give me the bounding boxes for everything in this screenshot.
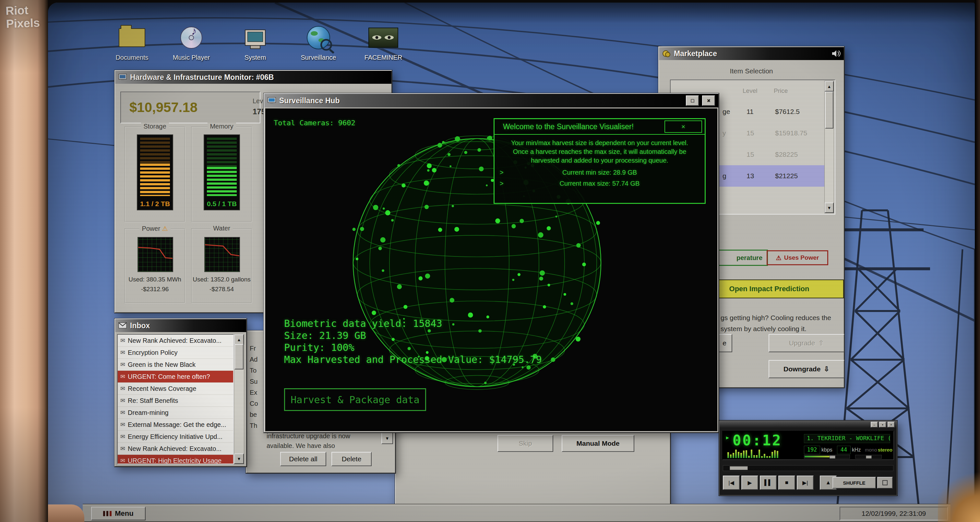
harvest-stats: Biometric data yield: 15843 Size: 21.39 … (284, 318, 542, 366)
email-row[interactable]: ✉New Rank Achieved: Excavato... (118, 443, 233, 455)
player-shade-button[interactable]: ▪ (879, 422, 886, 428)
harvest-button-label: Harvest & Package data (291, 394, 419, 405)
biometric-yield: Biometric data yield: 15843 (284, 318, 542, 329)
min-size-text: Current min size: 28.9 GB (562, 169, 637, 176)
close-button[interactable]: × (702, 96, 715, 106)
harvest-purity: Purity: 100% (284, 342, 542, 353)
email-row[interactable]: ✉Green is the New Black (118, 359, 233, 371)
item-price: $15918.75 (775, 129, 807, 137)
email-row[interactable]: ✉Encryption Policy (118, 347, 233, 359)
speaker-icon[interactable] (832, 50, 840, 57)
manual-mode-label: Manual Mode (576, 439, 619, 447)
email-row[interactable]: ✉Recent News Coverage (118, 383, 233, 395)
camera-dot (550, 358, 555, 362)
icon-label: Surveillance (301, 54, 336, 61)
upgrade-button[interactable]: Upgrade ⇧ (768, 334, 845, 352)
surveillance-titlebar[interactable]: Surveillance Hub □ × (264, 94, 718, 107)
email-row[interactable]: ✉New Rank Achieved: Excavato... (118, 335, 233, 347)
scroll-down-icon[interactable]: ▼ (825, 203, 834, 213)
marketplace-titlebar[interactable]: Marketplace (659, 47, 844, 60)
warning-icon: ⚠ (776, 254, 781, 262)
email-row[interactable]: ✉External Message: Get the edge... (118, 419, 233, 431)
camera-dot (383, 208, 385, 209)
scroll-thumb[interactable] (825, 91, 834, 129)
listbox-scrollbar[interactable]: ▲ ▼ (824, 81, 834, 213)
player-display: ▶ 00:12 1. TEKRIDER - WORKLIFE (3:48) 19… (722, 431, 894, 460)
restore-button[interactable]: □ (686, 96, 699, 106)
samplerate-unit: kHz (852, 447, 861, 453)
inbox-scrollbar[interactable]: ▲ ▼ (234, 334, 244, 464)
desktop-icon-music-player[interactable]: ♪ Music Player (167, 24, 216, 61)
desktop-icon-surveillance[interactable]: Surveillance (294, 24, 343, 61)
scroll-down-icon[interactable]: ▼ (234, 453, 244, 464)
time-display[interactable]: 00:12 (733, 432, 782, 449)
email-row[interactable]: ✉Dream-mining (118, 407, 233, 419)
dropdown-arrow-icon[interactable]: ▼ (381, 433, 393, 444)
downgrade-button[interactable]: Downgrade ⇩ (768, 360, 845, 378)
delete-button[interactable]: Delete (331, 452, 372, 466)
monitor-bezel-right (975, 0, 980, 522)
window-title: Hardware & Infrastructure Monitor: #06B (130, 73, 274, 82)
samplerate-value: 44 (837, 446, 851, 454)
shuffle-toggle[interactable]: SHUFFLE (832, 477, 876, 488)
camera-dot (543, 305, 546, 308)
scroll-up-icon[interactable]: ▲ (234, 334, 244, 345)
menu-label: Menu (115, 509, 133, 518)
track-title-marquee[interactable]: 1. TEKRIDER - WORKLIFE (3:48) (804, 434, 890, 443)
max-size-text: Current max size: 57.74 GB (560, 180, 640, 187)
next-track-icon[interactable]: ▶| (797, 476, 814, 490)
delete-all-button[interactable]: Delete all (280, 452, 326, 466)
camera-dot (447, 153, 450, 156)
inbox-titlebar[interactable]: Inbox (115, 319, 246, 332)
max-size-row: > Current max size: 57.74 GB (495, 178, 705, 189)
player-titlebar[interactable]: – ▪ × (720, 421, 897, 428)
scroll-up-icon[interactable]: ▲ (825, 81, 834, 91)
monitor-bezel-left (0, 0, 48, 522)
manual-mode-button[interactable]: Manual Mode (562, 435, 634, 452)
player-close-button[interactable]: × (888, 422, 895, 428)
desktop-icon-documents[interactable]: Documents (108, 24, 156, 61)
memory-meter: 0.5 / 1 TB (204, 134, 240, 210)
water-panel: Water Used: 1352.0 gallons -$278.54 (191, 228, 252, 303)
faceminer-main-window: Skip Manual Mode (395, 432, 671, 509)
repeat-toggle[interactable] (877, 477, 893, 488)
camera-dot (401, 184, 406, 187)
dialog-titlebar[interactable]: Welcome to the Surveillance Visualiser! … (495, 119, 705, 134)
desktop-icon-system[interactable]: System (231, 24, 280, 61)
camera-dot (391, 219, 394, 222)
hardware-titlebar[interactable]: Hardware & Infrastructure Monitor: #06B (115, 71, 391, 84)
camera-dot (495, 219, 500, 223)
stop-icon[interactable]: ■ (778, 476, 795, 490)
item-selection-label: Item Selection (659, 67, 844, 75)
temperature-tag-label: perature (737, 254, 762, 262)
email-row-urgent[interactable]: ✉URGENT: Come here often? (118, 371, 233, 383)
previous-track-icon[interactable]: |◀ (723, 476, 740, 490)
play-icon[interactable]: ▶ (741, 476, 758, 490)
menu-logo-icon (103, 510, 111, 517)
pause-icon[interactable]: ▌▌ (760, 476, 777, 490)
scroll-thumb[interactable] (234, 344, 243, 369)
camera-dot (418, 276, 423, 281)
memory-value: 0.5 / 1 TB (204, 200, 239, 208)
seek-slider[interactable] (723, 465, 893, 471)
monitor-bezel-glow (938, 467, 980, 522)
skip-button[interactable]: Skip (498, 435, 553, 452)
desktop-icon-faceminer[interactable]: FACEMINER (359, 24, 407, 61)
email-row[interactable]: ✉Re: Staff Benefits (118, 395, 233, 407)
dialog-close-button[interactable]: × (665, 120, 702, 133)
player-minimize-button[interactable]: – (871, 422, 878, 428)
balance-slider[interactable] (855, 455, 882, 459)
menu-button[interactable]: Menu (91, 507, 146, 520)
email-row[interactable]: ✉Energy Efficiency Initiative Upd... (118, 431, 233, 443)
camera-dot (479, 166, 484, 171)
mail-icon: ✉ (120, 337, 125, 344)
harvest-package-button[interactable]: Harvest & Package data (284, 388, 426, 411)
email-body-line1: infrastructure upgrade is now (267, 433, 350, 440)
camera-dot (425, 273, 430, 279)
camera-dot (385, 210, 390, 216)
camera-dot (449, 298, 454, 303)
marketplace-icon (662, 50, 671, 57)
email-row-urgent[interactable]: ✉URGENT: High Electricity Usage (118, 455, 233, 464)
power-cost: -$2312.96 (125, 286, 185, 293)
volume-slider[interactable] (804, 455, 850, 459)
